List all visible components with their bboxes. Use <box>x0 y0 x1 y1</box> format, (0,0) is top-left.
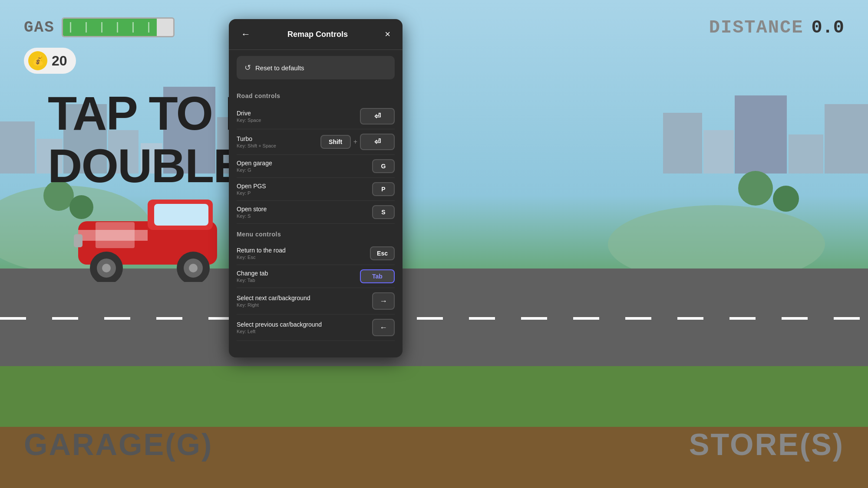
gas-bar-fill <box>63 19 157 36</box>
gas-tick-4 <box>117 22 118 33</box>
drive-name: Drive <box>237 110 261 117</box>
open-store-key-button[interactable]: S <box>372 205 395 219</box>
control-row-next-car: Select next car/background Key: Right → <box>237 288 395 314</box>
controls-body: Road controls Drive Key: Space ⏎ Turbo K… <box>229 85 403 357</box>
change-tab-key-hint: Key: Tab <box>237 278 268 283</box>
prev-car-name: Select previous car/background <box>237 321 322 328</box>
control-row-open-store: Open store Key: S S <box>237 201 395 224</box>
modal-header: ← Remap Controls × <box>229 19 403 50</box>
control-row-change-tab: Change tab Key: Tab Tab <box>237 265 395 288</box>
svg-point-12 <box>189 264 198 272</box>
return-road-info: Return to the road Key: Esc <box>237 247 286 260</box>
prev-car-key-button[interactable]: ← <box>372 319 395 336</box>
open-garage-info: Open garage Key: G <box>237 160 272 173</box>
next-car-key-button[interactable]: → <box>372 292 395 310</box>
prev-car-key-hint: Key: Left <box>237 329 322 334</box>
control-row-open-pgs: Open PGS Key: P P <box>237 178 395 201</box>
modal-title: Remap Controls <box>254 30 381 39</box>
open-pgs-key-button[interactable]: P <box>372 182 395 196</box>
control-row-return-road: Return to the road Key: Esc Esc <box>237 242 395 265</box>
gas-tick-1 <box>70 22 71 33</box>
menu-controls-header: Menu controls <box>237 231 395 238</box>
gas-label: GAS <box>24 19 55 36</box>
game-background: GAS 💰 20 DISTANCE 0.0 TAP TO D DOUBLE TA… <box>0 0 868 488</box>
gas-tick-2 <box>86 22 87 33</box>
turbo-name: Turbo <box>237 135 276 142</box>
gas-tick-5 <box>132 22 134 33</box>
control-row-drive: Drive Key: Space ⏎ <box>237 104 395 129</box>
turbo-plus-sign: + <box>353 138 357 146</box>
open-store-info: Open store Key: S <box>237 206 267 219</box>
open-store-key-hint: Key: S <box>237 213 267 219</box>
garage-label: GARAGE(G) <box>24 427 213 462</box>
turbo-key-combo: Shift + ⏎ <box>320 134 395 150</box>
grass-edge <box>0 366 868 377</box>
turbo-info: Turbo Key: Shift + Space <box>237 135 276 148</box>
tree-3 <box>738 171 773 206</box>
next-car-info: Select next car/background Key: Right <box>237 295 310 308</box>
coin-icon: 💰 <box>28 51 47 70</box>
turbo-key-hint: Key: Shift + Space <box>237 143 276 148</box>
svg-rect-6 <box>96 222 135 248</box>
open-garage-key-button[interactable]: G <box>372 159 395 173</box>
open-garage-name: Open garage <box>237 160 272 167</box>
car <box>69 187 234 291</box>
road-controls-header: Road controls <box>237 92 395 99</box>
turbo-shift-button[interactable]: Shift <box>320 135 351 149</box>
distance-label: DISTANCE <box>709 17 804 38</box>
distance-value: 0.0 <box>811 17 844 38</box>
next-car-key-hint: Key: Right <box>237 302 310 308</box>
road-line <box>0 317 868 320</box>
drive-key-hint: Key: Space <box>237 118 261 123</box>
return-road-key-button[interactable]: Esc <box>370 246 395 260</box>
svg-marker-0 <box>0 366 868 377</box>
remap-controls-modal: ← Remap Controls × ↺ Reset to defaults R… <box>229 19 403 357</box>
control-row-prev-car: Select previous car/background Key: Left… <box>237 314 395 341</box>
gas-tick-3 <box>101 22 102 33</box>
coin-badge: 💰 20 <box>24 48 76 74</box>
coin-container: 💰 20 <box>24 48 76 74</box>
return-road-key-hint: Key: Esc <box>237 255 286 260</box>
reset-label: Reset to defaults <box>255 64 304 72</box>
next-car-name: Select next car/background <box>237 295 310 301</box>
drive-key-button[interactable]: ⏎ <box>360 108 395 124</box>
gas-tick-6 <box>148 22 149 33</box>
open-garage-key-hint: Key: G <box>237 167 272 173</box>
drive-info: Drive Key: Space <box>237 110 261 123</box>
modal-back-button[interactable]: ← <box>238 27 254 42</box>
open-store-name: Open store <box>237 206 267 213</box>
reset-section: ↺ Reset to defaults <box>229 50 403 85</box>
open-pgs-key-hint: Key: P <box>237 190 266 196</box>
change-tab-key-button[interactable]: Tab <box>360 269 395 283</box>
change-tab-info: Change tab Key: Tab <box>237 270 268 283</box>
control-row-open-garage: Open garage Key: G G <box>237 155 395 178</box>
open-pgs-name: Open PGS <box>237 183 266 190</box>
change-tab-name: Change tab <box>237 270 268 277</box>
return-road-name: Return to the road <box>237 247 286 254</box>
distance-container: DISTANCE 0.0 <box>709 17 844 38</box>
prev-car-info: Select previous car/background Key: Left <box>237 321 322 334</box>
modal-close-button[interactable]: × <box>381 27 394 42</box>
reset-to-defaults-button[interactable]: ↺ Reset to defaults <box>237 56 395 79</box>
svg-rect-13 <box>74 234 83 247</box>
gas-bar <box>62 17 175 37</box>
control-row-turbo: Turbo Key: Shift + Space Shift + ⏎ <box>237 129 395 155</box>
reset-icon: ↺ <box>244 63 251 72</box>
tree-4 <box>773 186 799 212</box>
svg-point-9 <box>102 264 111 272</box>
svg-rect-4 <box>154 204 208 226</box>
store-label: STORE(S) <box>689 427 844 462</box>
open-pgs-info: Open PGS Key: P <box>237 183 266 196</box>
gas-container: GAS <box>24 17 175 37</box>
coin-count: 20 <box>52 53 67 69</box>
turbo-space-button[interactable]: ⏎ <box>360 134 395 150</box>
